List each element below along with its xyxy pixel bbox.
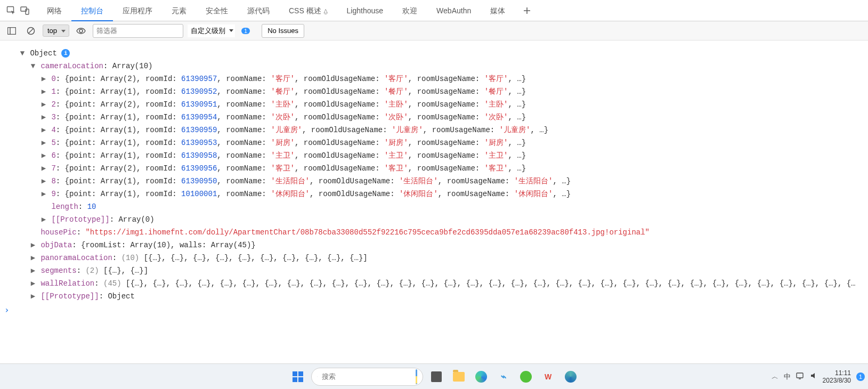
prop-value[interactable]: Array(10) [112, 62, 153, 70]
proto-val: Object [108, 292, 134, 301]
file-explorer-icon[interactable] [450, 368, 468, 386]
expand-toggle[interactable]: ▶ [30, 239, 36, 252]
array-item[interactable]: ▶ 1: {point: Array(1), roomId: 61390952,… [19, 85, 868, 98]
svg-point-8 [317, 376, 318, 377]
taskbar-search-input[interactable] [322, 372, 411, 380]
expand-toggle[interactable]: ▶ [40, 98, 47, 111]
proto-val: Array(0) [118, 215, 154, 224]
devtools-tab[interactable]: 源代码 [238, 0, 279, 21]
prop-key[interactable]: panoramaLocation [40, 254, 112, 262]
prop-key[interactable]: wallRelation [40, 279, 94, 288]
expand-toggle[interactable]: ▼ [30, 60, 36, 72]
length-val: 10 [87, 202, 96, 211]
expand-toggle[interactable]: ▶ [40, 124, 47, 136]
wechat-icon[interactable] [517, 368, 535, 386]
array-item[interactable]: ▶ 0: {point: Array(2), roomId: 61390957,… [19, 72, 868, 85]
expand-toggle[interactable]: ▶ [40, 188, 47, 200]
array-item[interactable]: ▶ 8: {point: Array(1), roomId: 61390950,… [19, 175, 868, 188]
taskbar-search[interactable] [311, 368, 423, 386]
live-expression-icon[interactable] [74, 23, 88, 38]
array-item[interactable]: ▶ 4: {point: Array(1), roomId: 61390959,… [19, 124, 868, 136]
taskbar-app-1[interactable] [427, 368, 445, 386]
devtools-tab-bar: 网络控制台应用程序元素安全性源代码CSS 概述 ⍙Lighthouse欢迎Web… [0, 0, 868, 21]
array-item[interactable]: ▶ 9: {point: Array(1), roomId: 10100001,… [19, 188, 868, 200]
devtools-tab[interactable]: 元素 [162, 0, 196, 21]
array-item[interactable]: ▶ 3: {point: Array(1), roomId: 61390954,… [19, 111, 868, 124]
volume-icon[interactable] [810, 372, 817, 381]
edge-dev-icon[interactable] [562, 368, 580, 386]
devtools-tab[interactable]: 安全性 [196, 0, 238, 21]
expand-toggle[interactable]: ▶ [30, 264, 36, 277]
array-item[interactable]: ▶ 7: {point: Array(2), roomId: 61390956,… [19, 162, 868, 175]
log-level-badge: 1 [241, 28, 250, 34]
start-button[interactable] [289, 368, 307, 386]
expand-toggle[interactable]: ▼ [19, 47, 26, 60]
console-prompt[interactable]: › [0, 303, 868, 317]
svg-line-6 [29, 28, 34, 33]
svg-rect-2 [26, 9, 29, 14]
vscode-icon[interactable]: ⌁ [493, 366, 513, 386]
notification-badge[interactable]: 1 [856, 372, 865, 381]
array-item[interactable]: ▶ 2: {point: Array(2), roomId: 61390951,… [19, 98, 868, 111]
tray-chevron-icon[interactable]: ︿ [772, 372, 778, 382]
wps-icon[interactable]: W [539, 368, 557, 386]
expand-toggle[interactable]: ▶ [40, 175, 47, 188]
no-issues-button[interactable]: No Issues [262, 24, 304, 38]
expand-toggle[interactable]: ▶ [30, 290, 36, 303]
url-value[interactable]: "https://img1.ihomefnt.com/dolly/Apartme… [85, 228, 650, 237]
svg-rect-0 [7, 6, 14, 12]
console-output: ▼ Object i ▼ cameraLocation: Array(10) ▶… [0, 40, 868, 303]
expand-toggle[interactable]: ▶ [40, 162, 47, 175]
prop-key[interactable]: cameraLocation [40, 62, 103, 70]
array-item[interactable]: ▶ 6: {point: Array(1), roomId: 61390958,… [19, 149, 868, 162]
taskbar-clock[interactable]: 11:11 2023/8/30 [823, 369, 851, 384]
proto-key[interactable]: [[Prototype]] [51, 215, 109, 224]
devtools-tab[interactable]: 控制台 [71, 0, 113, 21]
prop-key[interactable]: segments [40, 266, 76, 275]
clear-console-icon[interactable] [23, 23, 38, 38]
expand-toggle[interactable]: ▶ [40, 72, 47, 85]
inspect-element-icon[interactable] [4, 4, 18, 18]
array-item[interactable]: ▶ 5: {point: Array(1), roomId: 61390953,… [19, 136, 868, 149]
filter-input[interactable] [93, 24, 183, 38]
object-label[interactable]: Object [30, 49, 56, 58]
svg-rect-3 [8, 27, 16, 34]
expand-toggle[interactable]: ▶ [30, 252, 36, 264]
device-toggle-icon[interactable] [18, 4, 32, 18]
add-tab-icon[interactable] [520, 4, 534, 18]
expand-toggle[interactable]: ▶ [40, 85, 47, 98]
devtools-tab[interactable]: Lighthouse [337, 0, 393, 21]
expand-toggle[interactable]: ▶ [40, 111, 47, 124]
devtools-tab[interactable]: 应用程序 [113, 0, 162, 21]
expand-toggle[interactable]: ▶ [40, 136, 47, 149]
context-selector[interactable]: top [43, 25, 69, 37]
proto-key[interactable]: [[Prototype]] [40, 292, 99, 301]
edge-icon[interactable] [472, 368, 490, 386]
search-icon [317, 373, 318, 380]
network-icon[interactable] [796, 372, 805, 381]
log-level-selector[interactable]: 自定义级别 [188, 25, 235, 37]
prop-key[interactable]: housePic [40, 228, 76, 237]
ime-indicator[interactable]: 中 [784, 372, 791, 382]
svg-point-7 [79, 29, 83, 33]
prop-key[interactable]: objData [40, 241, 72, 249]
expand-toggle[interactable]: ▶ [40, 149, 47, 162]
weather-icon [416, 369, 417, 384]
windows-taskbar: ⌁ W ︿ 中 11:11 2023/8/30 1 [0, 363, 868, 389]
svg-rect-10 [797, 373, 803, 378]
devtools-tab[interactable]: 网络 [37, 0, 71, 21]
devtools-tab[interactable]: 欢迎 [393, 0, 427, 21]
length-key: length [51, 202, 78, 211]
expand-toggle[interactable]: ▶ [30, 277, 36, 290]
info-icon[interactable]: i [61, 49, 70, 58]
toggle-sidebar-icon[interactable] [4, 23, 19, 38]
devtools-tab[interactable]: WebAuthn [427, 0, 481, 21]
devtools-tab[interactable]: CSS 概述 ⍙ [279, 0, 337, 21]
expand-toggle[interactable]: ▶ [40, 213, 47, 226]
devtools-tab[interactable]: 媒体 [481, 0, 515, 21]
console-toolbar: top 自定义级别 1 No Issues [0, 21, 868, 40]
